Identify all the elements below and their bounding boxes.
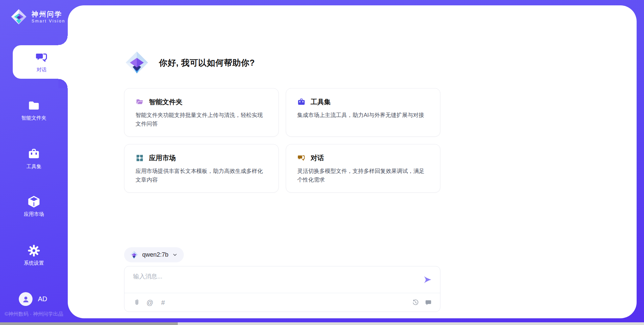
model-name: qwen2:7b	[142, 251, 168, 258]
brand-logo-icon	[10, 8, 28, 25]
assistant-logo-icon	[124, 50, 150, 75]
gear-icon	[28, 244, 40, 257]
horizontal-scrollbar[interactable]	[0, 322, 644, 325]
feature-cards: 智能文件夹 智能文件夹功能支持批量文件上传与清洗，轻松实现文件问答 工具集	[124, 88, 440, 193]
hash-icon[interactable]: #	[159, 299, 167, 306]
main-content: 你好, 我可以如何帮助你? 智能文件夹 智能文件夹功能支持批量文件上传与清洗，轻…	[124, 0, 440, 312]
tab-fillet-bottom	[58, 79, 68, 88]
card-chat[interactable]: 对话 灵活切换多模型文件，支持多样回复效果调试，满足个性化需求	[286, 144, 440, 193]
brand-subtitle: Smart Vision	[32, 19, 65, 23]
sidebar-item-label: 对话	[37, 67, 47, 73]
card-title: 工具集	[311, 97, 331, 107]
send-button[interactable]	[423, 275, 433, 285]
sidebar-item-label: 工具集	[26, 164, 42, 170]
sidebar-item-settings[interactable]: 系统设置	[0, 244, 68, 266]
greeting: 你好, 我可以如何帮助你?	[124, 50, 440, 75]
send-icon	[423, 275, 433, 285]
card-description: 智能文件夹功能支持批量文件上传与清洗，轻松实现文件问答	[136, 111, 267, 128]
scrollbar-thumb[interactable]	[0, 322, 178, 325]
folder-icon	[136, 98, 144, 106]
user-profile[interactable]: AD	[19, 292, 47, 306]
card-title: 对话	[311, 153, 324, 162]
brand: 神州问学 Smart Vision	[10, 8, 65, 25]
sidebar-item-toolbox[interactable]: 工具集	[0, 148, 68, 170]
composer-toolbar: @ #	[124, 293, 440, 312]
app-root: 神州问学 Smart Vision 对话	[0, 0, 644, 325]
cube-icon	[28, 195, 40, 208]
sidebar-item-smart-folder[interactable]: 智能文件夹	[0, 99, 68, 121]
card-description: 应用市场提供丰富长文本模板，助力高效生成多样化文章内容	[136, 167, 267, 184]
brand-name: 神州问学	[32, 10, 65, 18]
history-icon[interactable]	[412, 299, 419, 306]
sidebar-item-app-market[interactable]: 应用市场	[0, 195, 68, 217]
market-grid-icon	[136, 154, 144, 162]
model-selector[interactable]: qwen2:7b	[124, 247, 184, 262]
composer: @ #	[124, 266, 440, 312]
chat-icon	[297, 154, 306, 162]
avatar	[19, 292, 33, 306]
chevron-down-icon	[172, 252, 178, 258]
chat-icon	[35, 51, 48, 64]
card-description: 灵活切换多模型文件，支持多样回复效果调试，满足个性化需求	[297, 167, 429, 184]
briefcase-icon	[28, 148, 40, 160]
card-smart-folder[interactable]: 智能文件夹 智能文件夹功能支持批量文件上传与清洗，轻松实现文件问答	[124, 88, 279, 137]
card-title: 智能文件夹	[149, 97, 182, 107]
card-toolbox[interactable]: 工具集 集成市场上主流工具，助力AI与外界无缝扩展与对接	[286, 88, 440, 137]
user-name: AD	[38, 295, 47, 303]
sidebar: 神州问学 Smart Vision 对话	[0, 0, 68, 325]
greeting-text: 你好, 我可以如何帮助你?	[159, 57, 255, 68]
tab-fillet-top	[58, 36, 68, 45]
card-app-market[interactable]: 应用市场 应用市场提供丰富长文本模板，助力高效生成多样化文章内容	[124, 144, 279, 193]
sidebar-item-label: 应用市场	[24, 211, 44, 217]
sidebar-item-label: 系统设置	[24, 260, 44, 266]
at-icon[interactable]: @	[146, 299, 154, 306]
paperclip-icon[interactable]	[133, 299, 141, 306]
copyright: ©神州数码 · 神州问学出品	[0, 311, 68, 317]
message-input[interactable]	[124, 266, 418, 293]
folder-icon	[28, 99, 40, 112]
sidebar-item-label: 智能文件夹	[21, 115, 47, 121]
card-title: 应用市场	[149, 153, 176, 162]
card-description: 集成市场上主流工具，助力AI与外界无缝扩展与对接	[297, 111, 429, 120]
chat-bubble-icon[interactable]	[425, 299, 432, 306]
model-logo-icon	[129, 250, 139, 259]
sidebar-item-chat[interactable]: 对话	[13, 45, 70, 79]
briefcase-icon	[297, 98, 306, 106]
